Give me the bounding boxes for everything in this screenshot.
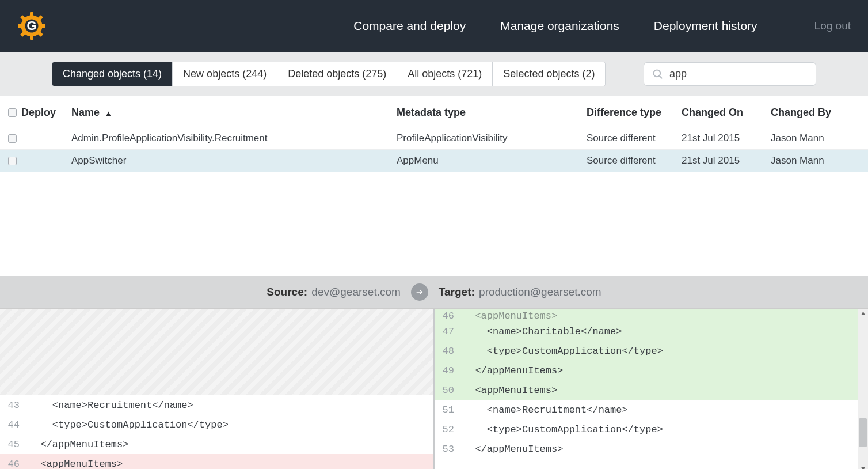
tab-deleted-objects[interactable]: Deleted objects (275) xyxy=(277,62,397,86)
line-number: 47 xyxy=(435,326,459,337)
diff-source: Source: dev@gearset.com xyxy=(267,286,401,298)
diff-line: 51 <name>Recruitment</name> xyxy=(435,400,868,419)
diff-source-pane: 43 <name>Recruitment</name>44 <type>Cust… xyxy=(0,309,435,469)
search-icon xyxy=(652,69,664,80)
col-header-metadata[interactable]: Metadata type xyxy=(397,107,587,119)
filter-bar: Changed objects (14) New objects (244) D… xyxy=(0,52,868,96)
diff-target-pane: 46 <appMenuItems> 47 <name>Charitable</n… xyxy=(435,309,868,469)
col-header-difference[interactable]: Difference type xyxy=(587,107,682,119)
select-all-checkbox[interactable] xyxy=(8,108,17,117)
search-box[interactable] xyxy=(644,62,816,86)
line-text: <appMenuItems> xyxy=(459,311,557,322)
diff-empty-region xyxy=(0,309,433,395)
cell-metadata: ProfileApplicationVisibility xyxy=(397,133,587,144)
diff-header: Source: dev@gearset.com Target: producti… xyxy=(0,276,868,308)
col-header-changed-on[interactable]: Changed On xyxy=(682,107,771,119)
tab-changed-objects[interactable]: Changed objects (14) xyxy=(52,62,173,86)
tab-new-objects[interactable]: New objects (244) xyxy=(173,62,277,86)
line-text: <name>Recruitment</name> xyxy=(459,404,628,415)
line-text: <type>CustomApplication</type> xyxy=(24,419,229,430)
cell-metadata: AppMenu xyxy=(397,155,587,167)
svg-line-10 xyxy=(660,75,662,78)
line-text: <name>Recruitment</name> xyxy=(24,400,193,411)
nav-manage-orgs[interactable]: Manage organizations xyxy=(500,19,619,33)
diff-line: 43 <name>Recruitment</name> xyxy=(0,395,433,415)
tab-selected-objects[interactable]: Selected objects (2) xyxy=(493,62,605,86)
diff-line: 52 <type>CustomApplication</type> xyxy=(435,419,868,439)
nav-compare-deploy[interactable]: Compare and deploy xyxy=(353,19,466,33)
scroll-up-icon[interactable]: ▲ xyxy=(861,309,865,318)
cell-difference: Source different xyxy=(587,155,682,167)
line-number: 46 xyxy=(0,459,24,470)
objects-table: Deploy Name ▲ Metadata type Difference t… xyxy=(0,96,868,172)
diff-source-value: dev@gearset.com xyxy=(311,286,400,298)
line-number: 45 xyxy=(0,439,24,450)
row-checkbox[interactable] xyxy=(8,134,17,143)
line-number: 49 xyxy=(435,365,459,376)
cell-changed-on: 21st Jul 2015 xyxy=(682,155,771,167)
line-number: 43 xyxy=(0,400,24,411)
line-number: 51 xyxy=(435,404,459,415)
scroll-thumb[interactable] xyxy=(859,418,867,447)
diff-viewer: 43 <name>Recruitment</name>44 <type>Cust… xyxy=(0,308,868,469)
app-logo[interactable]: G xyxy=(17,12,46,40)
logo-letter: G xyxy=(26,18,36,33)
col-header-name[interactable]: Name ▲ xyxy=(71,107,397,119)
search-input[interactable] xyxy=(669,68,808,80)
line-number: 44 xyxy=(0,419,24,430)
row-checkbox[interactable] xyxy=(8,157,17,165)
cell-changed-on: 21st Jul 2015 xyxy=(682,133,771,144)
diff-line: 50 <appMenuItems> xyxy=(435,380,868,400)
line-number: 46 xyxy=(435,311,459,322)
svg-rect-4 xyxy=(41,24,45,28)
diff-target-label: Target: xyxy=(439,286,475,298)
col-header-deploy-label: Deploy xyxy=(21,107,56,119)
diff-line: 47 <name>Charitable</name> xyxy=(435,322,868,341)
line-text: </appMenuItems> xyxy=(24,439,128,450)
svg-rect-1 xyxy=(30,12,33,17)
app-header: G Compare and deploy Manage organization… xyxy=(0,0,868,52)
line-text: </appMenuItems> xyxy=(459,365,563,376)
line-text: <name>Charitable</name> xyxy=(459,326,622,337)
diff-line: 49 </appMenuItems> xyxy=(435,361,868,380)
table-header-row: Deploy Name ▲ Metadata type Difference t… xyxy=(0,96,868,127)
arrow-right-icon xyxy=(411,283,428,301)
tab-all-objects[interactable]: All objects (721) xyxy=(397,62,493,86)
nav-logout[interactable]: Log out xyxy=(798,0,851,52)
line-number: 52 xyxy=(435,424,459,435)
line-text: <type>CustomApplication</type> xyxy=(459,346,663,357)
diff-line: 45 </appMenuItems> xyxy=(0,434,433,454)
table-row[interactable]: Admin.ProfileApplicationVisibility.Recru… xyxy=(0,127,868,150)
diff-line: 46 <appMenuItems> xyxy=(0,454,433,469)
svg-rect-2 xyxy=(30,35,33,40)
line-number: 48 xyxy=(435,346,459,357)
cell-name: Admin.ProfileApplicationVisibility.Recru… xyxy=(71,133,397,144)
line-text: </appMenuItems> xyxy=(459,444,563,455)
line-text: <appMenuItems> xyxy=(24,459,123,470)
diff-line: 53 </appMenuItems> xyxy=(435,439,868,459)
line-text: <type>CustomApplication</type> xyxy=(459,424,663,435)
svg-rect-3 xyxy=(18,24,22,28)
sort-ascending-icon: ▲ xyxy=(105,109,112,118)
diff-line: 44 <type>CustomApplication</type> xyxy=(0,415,433,434)
line-number: 50 xyxy=(435,385,459,396)
object-filter-tabs: Changed objects (14) New objects (244) D… xyxy=(52,62,606,86)
table-row[interactable]: AppSwitcher AppMenu Source different 21s… xyxy=(0,150,868,172)
line-number: 53 xyxy=(435,444,459,455)
main-nav: Compare and deploy Manage organizations … xyxy=(353,0,851,52)
col-header-name-label: Name xyxy=(71,107,100,118)
diff-target: Target: production@gearset.com xyxy=(439,286,601,298)
scroll-down-icon[interactable]: ▼ xyxy=(861,464,865,469)
cell-changed-by: Jason Mann xyxy=(771,133,860,144)
diff-line: 46 <appMenuItems> xyxy=(435,309,868,322)
cell-name: AppSwitcher xyxy=(71,155,397,167)
col-header-deploy[interactable]: Deploy xyxy=(8,107,71,119)
diff-line: 48 <type>CustomApplication</type> xyxy=(435,341,868,361)
nav-deployment-history[interactable]: Deployment history xyxy=(654,19,757,33)
cell-difference: Source different xyxy=(587,133,682,144)
col-header-changed-by[interactable]: Changed By xyxy=(771,107,860,119)
scrollbar[interactable]: ▲ ▼ xyxy=(858,309,868,469)
diff-target-value: production@gearset.com xyxy=(479,286,601,298)
diff-source-label: Source: xyxy=(267,286,307,298)
cell-changed-by: Jason Mann xyxy=(771,155,860,167)
